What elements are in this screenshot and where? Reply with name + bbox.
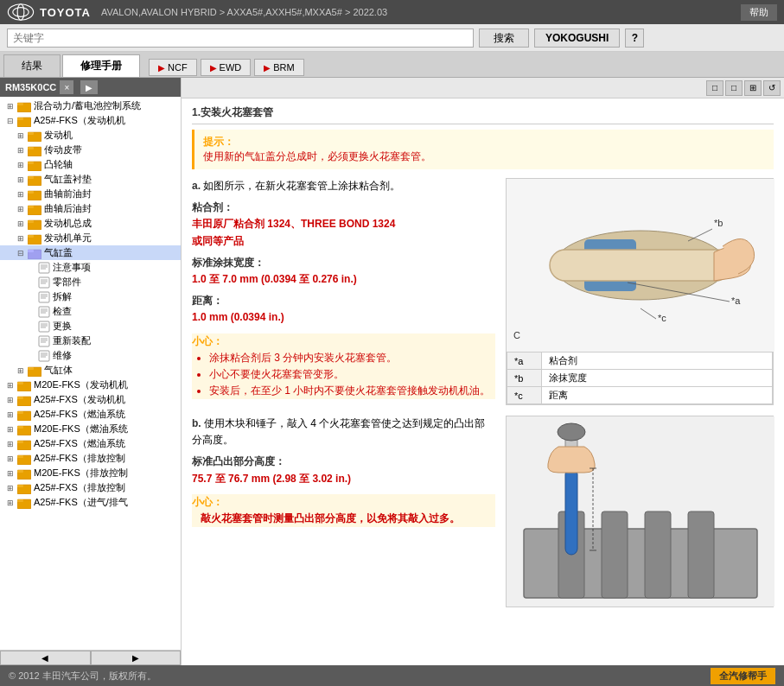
tree-item-cylinderhead[interactable]: ⊟ 气缸盖 [0,245,181,260]
svg-rect-75 [550,250,731,281]
tree-item-engineassy[interactable]: ⊞ 发动机总成 [0,216,181,231]
folder-icon-22 [17,409,31,421]
scroll-left-button[interactable]: ◀ [0,651,91,665]
adhesive-value: 丰田原厂粘合剂 1324、THREE BOND 1324 或同等产品 [192,216,495,249]
folder-icon-8 [28,203,41,215]
expand-icon-25: ⊞ [7,454,17,463]
tree-label-9: 发动机总成 [44,217,92,230]
tree-label-7: 曲轴前油封 [44,187,92,200]
svg-rect-24 [28,250,34,252]
tab-manual[interactable]: 修理手册 [62,54,140,77]
tree-item-a25fuel[interactable]: ⊞ A25#-FKS（燃油系统 [0,407,181,422]
tree-item-disassemble[interactable]: 拆解 [0,289,181,304]
caution-box-b: 小心： 敲火花塞套管时测量凸出部分高度，以免将其敲入过多。 [192,494,495,527]
expand-icon-2: ⊟ [7,117,17,125]
svg-rect-72 [17,499,23,502]
tree-item-m20emission[interactable]: ⊞ M20E-FKS（排放控制 [0,466,181,480]
svg-rect-18 [28,206,34,208]
toolbar-btn-print[interactable]: ⊞ [744,80,762,96]
tab-ewd[interactable]: ▶ EWD [201,59,252,76]
svg-rect-16 [28,191,34,194]
tab-arrow-group: ▶ NCF ▶ EWD ▶ BRM [149,59,304,77]
svg-rect-45 [39,336,49,346]
tree-item-replace[interactable]: 更换 [0,319,181,333]
tree-item-m20fuel[interactable]: ⊞ M20E-FKS（燃油系统 [0,422,181,436]
legend-row-3: *c 距离 [507,387,773,404]
tree-item-rearseal[interactable]: ⊞ 曲轴后油封 [0,201,181,216]
tree-label-24: A25#-FXS（燃油系统 [34,437,125,450]
tree-label-17: 重新装配 [53,334,91,347]
folder-icon-23 [17,423,31,435]
expand-icon-20: ⊞ [7,381,17,390]
tree-item-notes[interactable]: 注意事项 [0,260,181,275]
svg-rect-37 [39,307,49,317]
folder-icon [17,100,31,112]
tree-label-27: A25#-FXS（排放控制 [34,481,125,494]
tree-item-repair[interactable]: 维修 [0,348,181,363]
step-a-text: a. 如图所示，在新火花塞套管上涂抹粘合剂。 粘合剂： 丰田原厂粘合剂 1324… [192,178,495,405]
step-b-description: 使用木块和锤子，敲入 4 个火花塞套管使之达到规定的凸出部分高度。 [192,417,485,446]
tree-item-engineunit[interactable]: ⊞ 发动机单元 [0,231,181,245]
svg-rect-8 [28,132,34,135]
folder-icon-25 [17,453,31,465]
tree-item-hybrid[interactable]: ⊞ 混合动力/蓄电池控制系统 [0,98,181,113]
tree-item-block[interactable]: ⊞ 气缸体 [0,363,181,378]
diagram-a-svg: *b *a *c C [507,179,774,352]
svg-rect-64 [17,441,23,443]
svg-point-90 [558,423,585,441]
svg-rect-14 [28,176,34,179]
tree-item-belt[interactable]: ⊞ 传动皮带 [0,143,181,157]
panel-close-button[interactable]: × [60,80,73,94]
folder-icon-19 [28,365,41,377]
expand-icon-27: ⊞ [7,484,17,492]
tree-area: ⊞ 混合动力/蓄电池控制系统 ⊟ A25#-FKS（发动机机 ⊞ [0,97,181,650]
yokogushi-button[interactable]: YOKOGUSHI [534,29,620,48]
tree-item-a25fxsemission[interactable]: ⊞ A25#-FXS（排放控制 [0,480,181,495]
legend-key-1: *a [507,353,542,370]
tree-item-m20efks[interactable]: ⊞ M20E-FKS（发动机机 [0,378,181,392]
diagram-b [506,416,774,607]
svg-text:*c: *c [658,313,666,323]
copyright-text: © 2012 丰田汽车公司，版权所有。 [9,670,156,683]
toolbar-btn-back[interactable]: ↺ [763,80,781,96]
main-area: RM35K0CC × ▶ ⊞ 混合动力/蓄电池控制系统 ⊟ A25#-FKS [0,78,784,665]
question-button[interactable]: ? [625,29,644,48]
doc-icon-7 [38,350,50,362]
tree-item-a25fxs[interactable]: ⊞ A25#-FXS（发动机机 [0,392,181,407]
tree-item-a25fks[interactable]: ⊟ A25#-FKS（发动机机 [0,113,181,128]
tab-ncf[interactable]: ▶ NCF [149,59,197,76]
expand-icon-10: ⊞ [17,234,28,243]
tree-item-reassemble[interactable]: 重新装配 [0,333,181,348]
expand-icon-24: ⊞ [7,440,17,448]
legend-key-2: *b [507,370,542,387]
folder-icon-9 [28,218,41,230]
tree-label-22: A25#-FKS（燃油系统 [34,408,125,421]
search-input[interactable] [7,29,474,48]
tree-item-a25fxsfuel[interactable]: ⊞ A25#-FXS（燃油系统 [0,436,181,451]
tree-item-headgasket[interactable]: ⊞ 气缸盖衬垫 [0,172,181,187]
tree-label-10: 发动机单元 [44,232,92,245]
search-button[interactable]: 搜索 [479,29,529,48]
tree-label-12: 注意事项 [53,261,91,274]
tree-item-a25emission[interactable]: ⊞ A25#-FKS（排放控制 [0,451,181,466]
tree-item-camshaft[interactable]: ⊞ 凸轮轴 [0,157,181,172]
folder-icon-24 [17,438,31,450]
tree-item-frontseal[interactable]: ⊞ 曲轴前油封 [0,187,181,201]
svg-rect-20 [28,220,34,223]
panel-nav-button[interactable]: ▶ [80,80,98,94]
tree-item-parts[interactable]: 零部件 [0,275,181,289]
tree-item-a25intake[interactable]: ⊞ A25#-FKS（进气/排气 [0,495,181,510]
help-button[interactable]: 帮助 [741,4,777,21]
folder-icon-20 [17,379,31,391]
svg-rect-29 [39,277,49,288]
legend-val-1: 粘合剂 [542,353,773,370]
toolbar-btn-1[interactable]: □ [706,80,723,96]
tree-item-engine[interactable]: ⊞ 发动机 [0,128,181,143]
scroll-right-button[interactable]: ▶ [91,651,182,665]
expand-icon-23: ⊞ [7,425,17,434]
tab-result[interactable]: 结果 [3,54,61,77]
brand-name: TOYOTA [40,6,91,19]
tab-brm[interactable]: ▶ BRM [254,59,303,76]
tree-item-inspect[interactable]: 检查 [0,304,181,319]
toolbar-btn-2[interactable]: □ [725,80,743,96]
